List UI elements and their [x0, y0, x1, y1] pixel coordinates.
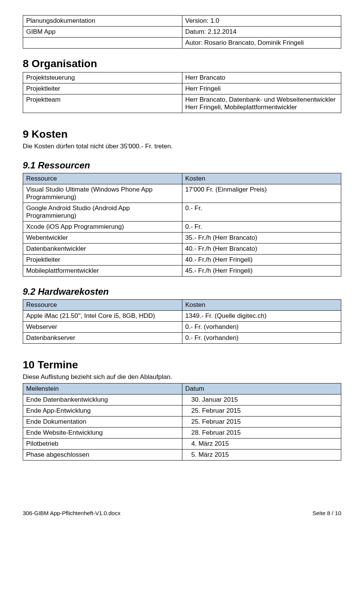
milestone-name: Ende Datenbankentwicklung	[23, 395, 182, 406]
milestone-name: Phase abgeschlossen	[23, 450, 182, 461]
res-cost: 35.- Fr./h (Herr Brancato)	[182, 233, 341, 244]
milestone-name: Ende App-Entwicklung	[23, 406, 182, 417]
res-cost: 40.- Fr./h (Herr Brancato)	[182, 244, 341, 255]
milestones-table: Meilenstein Datum Ende Datenbankentwickl…	[23, 383, 341, 461]
res-cost: 17'000 Fr. (Einmaliger Preis)	[182, 184, 341, 203]
res-name: Mobileplattformentwickler	[23, 266, 182, 277]
footer-page: Seite 8 / 10	[312, 510, 341, 516]
doc-header-table: Planungsdokumentation Version: 1.0 GIBM …	[23, 15, 341, 49]
org-key: Projektleiter	[23, 83, 182, 94]
milestone-date: 30. Januar 2015	[182, 395, 341, 406]
res-name: Google Android Studio (Android App Progr…	[23, 203, 182, 222]
section-9-title: 9 Kosten	[23, 128, 341, 140]
col-milestone: Meilenstein	[23, 384, 182, 395]
milestone-date: 5. März 2015	[182, 450, 341, 461]
hw-name: Datenbankserver	[23, 333, 182, 344]
section-9-1-title: 9.1 Ressourcen	[23, 160, 341, 171]
res-cost: 0.- Fr.	[182, 222, 341, 233]
org-val-line1: Herr Brancato, Datenbank- und Webseitene…	[185, 96, 336, 103]
app-name: GIBM App	[23, 27, 182, 38]
hardware-table: Ressource Kosten Apple iMac (21.50'', In…	[23, 299, 341, 344]
res-name: Datenbankentwickler	[23, 244, 182, 255]
doc-author: Autor: Rosario Brancato, Dominik Fringel…	[182, 38, 341, 49]
milestone-name: Ende Dokumentation	[23, 417, 182, 428]
col-date: Datum	[182, 384, 341, 395]
org-val-line2: Herr Fringeli, Mobileplattformentwickler	[185, 104, 297, 111]
milestone-name: Ende Website-Entwicklung	[23, 428, 182, 439]
res-name: Xcode (iOS App Programmierung)	[23, 222, 182, 233]
milestone-date: 4. März 2015	[182, 439, 341, 450]
page-footer: 306-GIBM App-Pflichtenheft-V1.0.docx Sei…	[23, 510, 341, 516]
hw-name: Apple iMac (21.50'', Intel Core i5, 8GB,…	[23, 311, 182, 322]
section-8-title: 8 Organisation	[23, 58, 341, 70]
res-cost: 0.- Fr.	[182, 203, 341, 222]
res-name: Webentwickler	[23, 233, 182, 244]
section-9-2-title: 9.2 Hardwarekosten	[23, 286, 341, 297]
hw-cost: 1349.- Fr. (Quelle digitec.ch)	[182, 311, 341, 322]
milestone-name: Pilotbetrieb	[23, 439, 182, 450]
resources-table: Ressource Kosten Visual Studio Ultimate …	[23, 173, 341, 277]
hw-cost: 0.- Fr. (vorhanden)	[182, 333, 341, 344]
col-resource: Ressource	[23, 173, 182, 184]
hw-name: Webserver	[23, 322, 182, 333]
col-cost: Kosten	[182, 173, 341, 184]
res-name: Projektleiter	[23, 255, 182, 266]
col-cost: Kosten	[182, 300, 341, 311]
doc-title: Planungsdokumentation	[23, 16, 182, 27]
hw-cost: 0.- Fr. (vorhanden)	[182, 322, 341, 333]
org-val: Herr Fringeli	[182, 83, 341, 94]
org-key: Projektsteuerung	[23, 72, 182, 83]
milestone-date: 25. Februar 2015	[182, 417, 341, 428]
res-cost: 40.- Fr./h (Herr Fringeli)	[182, 255, 341, 266]
col-resource: Ressource	[23, 300, 182, 311]
section-9-intro: Die Kosten dürfen total nicht über 35'00…	[23, 143, 341, 150]
org-table: Projektsteuerung Herr Brancato Projektle…	[23, 72, 341, 113]
milestone-date: 28. Februar 2015	[182, 428, 341, 439]
org-val: Herr Brancato	[182, 72, 341, 83]
org-val: Herr Brancato, Datenbank- und Webseitene…	[182, 94, 341, 113]
section-10-title: 10 Termine	[23, 359, 341, 371]
res-name: Visual Studio Ultimate (Windows Phone Ap…	[23, 184, 182, 203]
res-cost: 45.- Fr./h (Herr Fringeli)	[182, 266, 341, 277]
footer-filename: 306-GIBM App-Pflichtenheft-V1.0.docx	[23, 510, 121, 516]
milestone-date: 25. Februar 2015	[182, 406, 341, 417]
org-key: Projektteam	[23, 94, 182, 113]
doc-version: Version: 1.0	[182, 16, 341, 27]
section-10-intro: Diese Auflistung bezieht sich auf die de…	[23, 373, 341, 381]
doc-date: Datum: 2.12.2014	[182, 27, 341, 38]
